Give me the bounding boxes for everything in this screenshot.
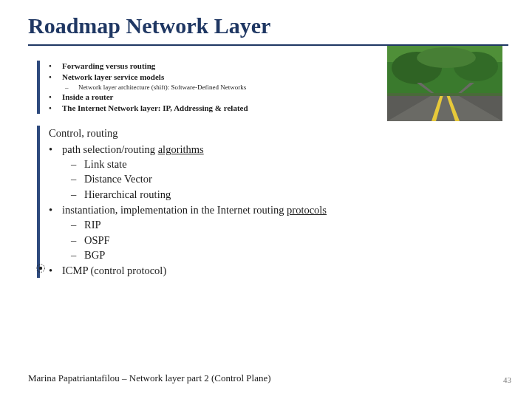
bullet-icon: •	[49, 92, 62, 103]
list-item-label: The Internet Network layer: IP, Addressi…	[62, 103, 371, 114]
list-item-label: Network layer service models	[62, 72, 371, 83]
sub-list-label: BGP	[84, 248, 400, 262]
sub-list-label: RIP	[84, 217, 400, 232]
svg-point-4	[417, 47, 476, 68]
list-item: • Inside a router	[49, 92, 371, 103]
list-item-icmp: • ICMP (control protocol)	[49, 263, 400, 278]
list-item: • Forwarding versus routing	[49, 61, 371, 72]
list-item: • path selection/routing algorithms	[49, 142, 400, 157]
bullet-icon: •	[49, 61, 62, 72]
sub-list-item: –Hierarchical routing	[49, 187, 400, 202]
list-item-label: ICMP (control protocol)	[62, 263, 400, 278]
sub-list-item: – Network layer architecture (shift): So…	[49, 83, 371, 92]
sub-list-label: Network layer architecture (shift): Soft…	[78, 83, 371, 92]
bullet-icon: •	[49, 72, 62, 83]
sub-list-label: Distance Vector	[84, 171, 400, 186]
underlined-text: algorithms	[158, 143, 204, 155]
text: instantiation, implementation in the Int…	[62, 204, 287, 216]
dash-icon: –	[71, 171, 84, 186]
sub-list-label: OSPF	[84, 233, 400, 248]
sub-list-item: –OSPF	[49, 233, 400, 248]
dash-icon: –	[71, 233, 84, 248]
bullet-icon: •	[49, 263, 62, 278]
page-title: Roadmap Network Layer	[0, 0, 532, 44]
dash-icon: –	[71, 217, 84, 232]
sub-list-item: –Distance Vector	[49, 171, 400, 186]
svg-rect-6	[387, 93, 502, 96]
content-area: • Forwarding versus routing • Network la…	[0, 46, 532, 278]
sub-list-label: Hierarchical routing	[84, 187, 400, 202]
list-item-label: Inside a router	[62, 92, 371, 103]
bottom-section: Control, routing • path selection/routin…	[37, 126, 400, 279]
list-item-label: Forwarding versus routing	[62, 61, 371, 72]
sub-list-item: –RIP	[49, 217, 400, 232]
text: path selection/routing	[62, 143, 158, 155]
footer-text: Marina Papatriantafilou – Network layer …	[28, 372, 271, 384]
list-item: • The Internet Network layer: IP, Addres…	[49, 103, 371, 114]
list-item-label: instantiation, implementation in the Int…	[62, 202, 400, 217]
section-heading: Control, routing	[49, 126, 400, 140]
sub-list-label: Link state	[84, 157, 400, 171]
list-item: • instantiation, implementation in the I…	[49, 202, 400, 217]
top-section: • Forwarding versus routing • Network la…	[37, 61, 371, 114]
bullet-icon: •	[49, 202, 62, 217]
svg-point-7	[39, 267, 42, 270]
dash-icon: –	[71, 157, 84, 171]
current-position-marker-icon	[35, 263, 46, 273]
dash-icon: –	[71, 187, 84, 202]
list-item-label: path selection/routing algorithms	[62, 142, 400, 157]
dash-icon: –	[65, 83, 78, 92]
bullet-icon: •	[49, 103, 62, 114]
sub-list-item: –BGP	[49, 248, 400, 262]
page-number: 43	[503, 375, 511, 384]
bullet-icon: •	[49, 142, 62, 157]
dash-icon: –	[71, 248, 84, 262]
list-item: • Network layer service models	[49, 72, 371, 83]
sub-list-item: –Link state	[49, 157, 400, 171]
underlined-text: protocols	[287, 204, 327, 216]
forked-road-photo	[387, 46, 502, 121]
